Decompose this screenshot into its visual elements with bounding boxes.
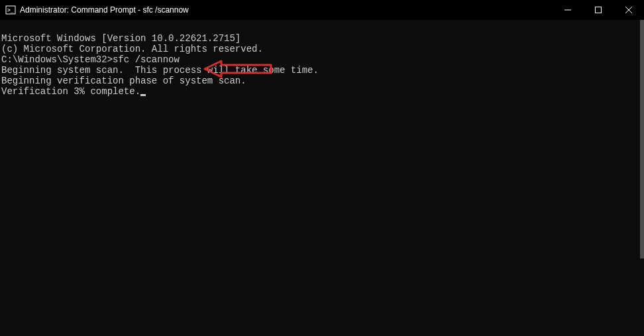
output-line: Microsoft Windows [Version 10.0.22621.27…	[1, 33, 643, 44]
output-line: (c) Microsoft Corporation. All rights re…	[1, 44, 643, 54]
close-button[interactable]	[614, 0, 644, 20]
progress-percent: 3%	[74, 86, 85, 97]
output-line: Verification 3% complete.	[1, 86, 643, 97]
maximize-button[interactable]	[583, 0, 614, 20]
output-line: Beginning verification phase of system s…	[1, 76, 643, 86]
typed-command: sfc /scannow	[113, 54, 180, 65]
cmd-icon: >_	[5, 5, 16, 15]
window-titlebar: >_ Administrator: Command Prompt - sfc /…	[0, 0, 644, 20]
terminal-output[interactable]: Microsoft Windows [Version 10.0.22621.27…	[0, 20, 644, 336]
window-controls	[553, 0, 644, 20]
prompt-line: C:\Windows\System32>sfc /scannow	[1, 54, 180, 65]
vertical-scrollbar[interactable]	[640, 20, 644, 258]
svg-text:>_: >_	[7, 7, 14, 13]
output-line: Beginning system scan. This process will…	[1, 65, 643, 76]
minimize-button[interactable]	[553, 0, 583, 20]
svg-rect-3	[596, 7, 602, 13]
window-title: Administrator: Command Prompt - sfc /sca…	[20, 5, 553, 15]
prompt-path: C:\Windows\System32>	[1, 54, 113, 65]
terminal-cursor	[140, 94, 146, 96]
